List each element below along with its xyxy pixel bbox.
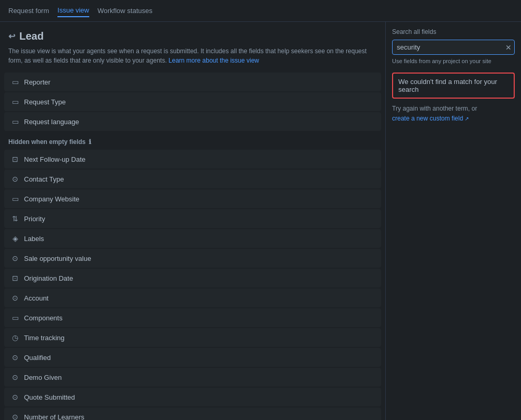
check-icon-quote: ⊙ bbox=[10, 393, 20, 401]
chevron-icon-account: › bbox=[373, 294, 375, 302]
field-label-number-of-learners: Number of Learners bbox=[24, 413, 355, 421]
priority-icon: ⇅ bbox=[10, 214, 20, 223]
tab-request-form[interactable]: Request form bbox=[8, 5, 49, 17]
field-label-sale-opportunity-value: Sale opportunity value bbox=[24, 255, 355, 262]
tray-icon-company-website: ▭ bbox=[10, 195, 20, 203]
search-hint: Use fields from any project on your site bbox=[392, 58, 515, 64]
field-label-next-follow-up-date: Next Follow-up Date bbox=[24, 155, 355, 163]
tray-icon-request-type: ▭ bbox=[10, 98, 20, 106]
field-more-button-components[interactable]: ··· bbox=[359, 313, 371, 323]
hidden-section-label: Hidden when empty fields bbox=[8, 138, 86, 146]
tray-icon-request-language: ▭ bbox=[10, 117, 20, 126]
dropdown-icon-contact: ⊙ bbox=[10, 175, 20, 183]
field-label-priority: Priority bbox=[24, 215, 355, 223]
field-label-components: Components bbox=[24, 314, 355, 322]
field-more-button-nfud[interactable]: ··· bbox=[359, 154, 371, 164]
field-row-demo-given[interactable]: ⊙ Demo Given ··· › bbox=[4, 368, 381, 387]
field-row-components[interactable]: ▭ Components ··· › bbox=[4, 308, 381, 327]
calendar-icon-nfud: ⊡ bbox=[10, 155, 20, 163]
chevron-icon-learners: › bbox=[373, 413, 375, 420]
field-label-quote-submitted: Quote Submitted bbox=[24, 393, 355, 401]
components-icon: ▭ bbox=[10, 314, 20, 322]
field-row-account[interactable]: ⊙ Account ··· › bbox=[4, 289, 381, 307]
field-row-next-follow-up-date[interactable]: ⊡ Next Follow-up Date ··· › bbox=[4, 150, 381, 169]
check-icon-qualified: ⊙ bbox=[10, 353, 20, 362]
tab-workflow-statuses[interactable]: Workflow statuses bbox=[98, 5, 152, 17]
check-icon-demo: ⊙ bbox=[10, 373, 20, 381]
label-icon: ◈ bbox=[10, 234, 20, 243]
field-row-qualified[interactable]: ⊙ Qualified ··· › bbox=[4, 348, 381, 367]
field-label-contact-type: Contact Type bbox=[24, 175, 355, 183]
chevron-icon-od: › bbox=[373, 274, 375, 282]
chevron-icon-components: › bbox=[373, 314, 375, 321]
field-row-time-tracking[interactable]: ◷ Time tracking ··· › bbox=[4, 328, 381, 347]
chevron-icon-contact: › bbox=[373, 175, 375, 183]
field-more-button-request-type[interactable]: ··· bbox=[359, 97, 371, 107]
field-label-account: Account bbox=[24, 294, 355, 302]
create-custom-field-link[interactable]: create a new custom field ↗ bbox=[392, 115, 469, 122]
chevron-icon-priority: › bbox=[373, 215, 375, 222]
field-row-number-of-learners[interactable]: ⊙ Number of Learners ··· › bbox=[4, 407, 381, 420]
field-row-labels[interactable]: ◈ Labels ··· › bbox=[4, 229, 381, 248]
external-link-icon: ↗ bbox=[465, 116, 469, 122]
field-label-qualified: Qualified bbox=[24, 354, 355, 362]
field-row-company-website[interactable]: ▭ Company Website ··· › bbox=[4, 189, 381, 208]
field-more-button-priority[interactable]: ··· bbox=[359, 214, 371, 224]
field-more-button-request-language[interactable]: ··· bbox=[359, 117, 371, 127]
top-nav: Request form Issue view Workflow statuse… bbox=[0, 0, 521, 22]
field-more-button-demo[interactable]: ··· bbox=[359, 373, 371, 382]
field-row-contact-type[interactable]: ⊙ Contact Type ··· › bbox=[4, 170, 381, 188]
field-more-button-time-tracking[interactable]: ··· bbox=[359, 333, 371, 343]
field-row-quote-submitted[interactable]: ⊙ Quote Submitted ··· › bbox=[4, 388, 381, 406]
field-label-origination-date: Origination Date bbox=[24, 274, 355, 282]
calendar-icon-od: ⊡ bbox=[10, 274, 20, 282]
field-more-button-qualified[interactable]: ··· bbox=[359, 353, 371, 363]
no-match-box: We couldn't find a match for your search bbox=[392, 73, 515, 99]
chevron-icon-nfud: › bbox=[373, 155, 375, 163]
field-more-button-labels[interactable]: ··· bbox=[359, 234, 371, 244]
field-more-button-quote[interactable]: ··· bbox=[359, 392, 371, 402]
try-again-text: Try again with another term, or bbox=[392, 105, 515, 112]
learn-more-link[interactable]: Learn more about the issue view bbox=[169, 57, 259, 64]
no-match-message: We couldn't find a match for your search bbox=[398, 78, 508, 93]
field-row-sale-opportunity-value[interactable]: ⊙ Sale opportunity value ··· › bbox=[4, 249, 381, 268]
chevron-icon-request-type: › bbox=[373, 98, 375, 105]
search-clear-button[interactable]: ✕ bbox=[505, 44, 512, 51]
chevron-icon-sov: › bbox=[373, 255, 375, 262]
page-title-text: Lead bbox=[19, 30, 44, 42]
chevron-icon-quote: › bbox=[373, 393, 375, 401]
account-icon: ⊙ bbox=[10, 294, 20, 302]
field-row-request-language[interactable]: ▭ Request language ··· › bbox=[4, 112, 381, 131]
chevron-icon-demo: › bbox=[373, 374, 375, 381]
field-label-company-website: Company Website bbox=[24, 195, 355, 203]
back-icon[interactable]: ↩ bbox=[8, 31, 15, 41]
field-label-request-type: Request Type bbox=[24, 98, 355, 106]
field-more-button-reporter[interactable]: ··· bbox=[359, 77, 371, 87]
hidden-section-header: Hidden when empty fields ℹ bbox=[0, 132, 385, 149]
field-more-button-account[interactable]: ··· bbox=[359, 293, 371, 303]
tab-issue-view[interactable]: Issue view bbox=[57, 4, 89, 17]
field-row-origination-date[interactable]: ⊡ Origination Date ··· › bbox=[4, 269, 381, 287]
chevron-icon-qualified: › bbox=[373, 354, 375, 361]
field-more-button-company-website[interactable]: ··· bbox=[359, 194, 371, 204]
page-title-section: ↩ Lead The issue view is what your agent… bbox=[0, 30, 385, 71]
chevron-icon-request-language: › bbox=[373, 118, 375, 125]
chevron-icon-time-tracking: › bbox=[373, 334, 375, 341]
field-row-priority[interactable]: ⇅ Priority ··· › bbox=[4, 209, 381, 228]
page-description: The issue view is what your agents see w… bbox=[8, 46, 377, 65]
hidden-fields-list: ⊡ Next Follow-up Date ··· › ⊙ Contact Ty… bbox=[0, 150, 385, 420]
field-more-button-od[interactable]: ··· bbox=[359, 273, 371, 283]
field-more-button-contact[interactable]: ··· bbox=[359, 174, 371, 184]
field-row-reporter[interactable]: ▭ Reporter ··· › bbox=[4, 73, 381, 91]
search-input[interactable] bbox=[392, 40, 515, 55]
field-row-request-type[interactable]: ▭ Request Type ··· › bbox=[4, 92, 381, 111]
field-more-button-sov[interactable]: ··· bbox=[359, 254, 371, 263]
chevron-icon-reporter: › bbox=[373, 78, 375, 86]
field-label-demo-given: Demo Given bbox=[24, 374, 355, 381]
field-label-time-tracking: Time tracking bbox=[24, 334, 355, 342]
field-more-button-learners[interactable]: ··· bbox=[359, 412, 371, 421]
info-icon[interactable]: ℹ bbox=[89, 138, 91, 146]
tray-icon: ▭ bbox=[10, 78, 20, 86]
search-section-label: Search all fields bbox=[392, 28, 515, 35]
page-title: ↩ Lead bbox=[8, 30, 377, 42]
